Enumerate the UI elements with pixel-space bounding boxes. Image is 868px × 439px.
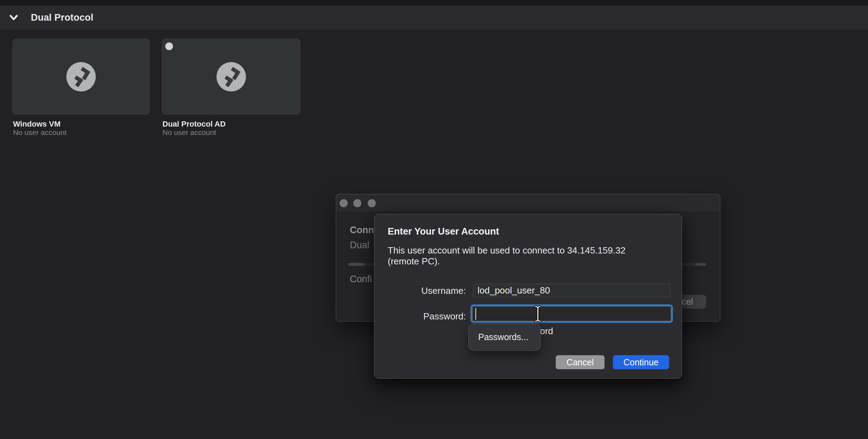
password-field[interactable] [472,306,671,321]
remote-desktop-icon [66,62,96,92]
tile-title: Windows VM [13,120,60,129]
connecting-window-titlebar[interactable] [336,194,720,212]
dialog-title: Enter Your User Account [388,226,499,237]
window-top-edge [0,0,868,6]
dialog-body: This user account will be used to connec… [388,245,661,267]
checkbox-label-fragment: ord [540,326,553,337]
remote-desktop-app: { "header": { "group_label": "Dual Proto… [0,0,868,439]
chevron-down-icon[interactable] [8,13,19,22]
close-button[interactable] [340,199,348,207]
passwords-autofill-menu[interactable]: Passwords... [468,324,541,351]
tile-title: Dual Protocol AD [162,120,226,129]
configuring-status-fragment: Confi [350,274,372,285]
enter-user-account-dialog: Enter Your User Account This user accoun… [374,214,682,379]
connection-tile-windows-vm[interactable] [12,39,150,115]
continue-button[interactable]: Continue [613,355,669,369]
dialog-body-line1: This user account will be used to connec… [388,245,661,256]
dialog-body-line2: (remote PC). [388,256,661,267]
progress-bar-fill-right [695,263,706,266]
passwords-menu-label: Passwords... [478,332,528,342]
progress-bar-fill-left [348,263,365,266]
tile-subtitle: No user account [162,128,216,137]
username-field[interactable]: lod_pool_user_80 [473,284,670,297]
connecting-subtitle-fragment: Dual P [350,240,371,252]
username-label: Username: [388,285,466,296]
tile-subtitle: No user account [13,128,67,137]
tile-status-dot [165,42,173,50]
connecting-heading-fragment: Conn [350,225,374,236]
remote-desktop-icon [216,62,246,92]
group-title: Dual Protocol [31,12,93,23]
connection-tile-dual-protocol-ad[interactable] [162,39,300,115]
minimize-button[interactable] [353,199,361,207]
text-caret [475,308,476,320]
group-header: Dual Protocol [0,6,868,29]
cancel-button[interactable]: Cancel [556,355,605,369]
password-label: Password: [388,311,466,322]
zoom-button[interactable] [368,199,376,207]
